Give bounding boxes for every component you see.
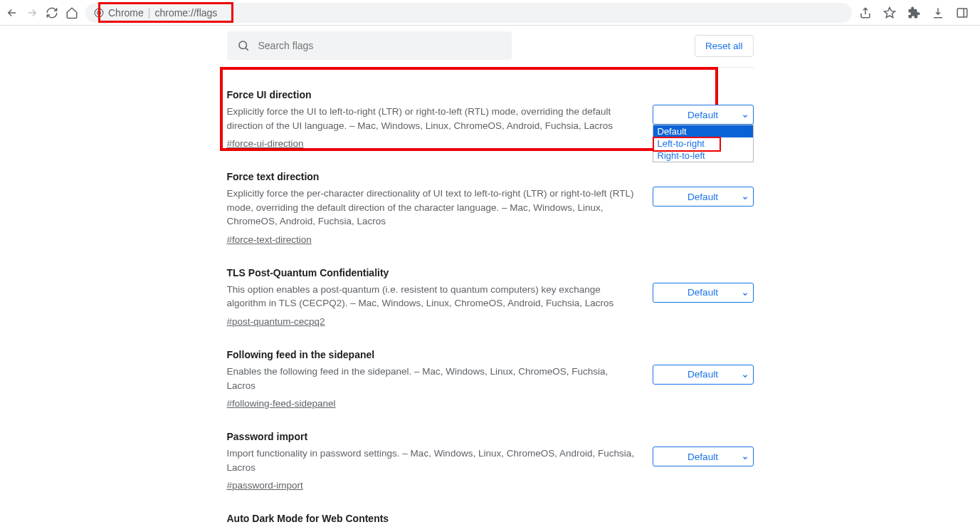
flag-title: Auto Dark Mode for Web Contents [227,513,638,524]
flag-description: Explicitly force the per-character direc… [227,187,638,229]
flag-select-value: Default [687,287,718,298]
flag-select[interactable]: Default [653,283,754,303]
flag-hash-link[interactable]: #following-feed-sidepanel [227,398,336,409]
reset-all-button[interactable]: Reset all [695,35,754,57]
back-icon[interactable] [6,6,19,19]
flag-select[interactable]: Default [653,105,754,125]
flag-title: Force text direction [227,171,638,182]
dropdown-option[interactable]: Right-to-left [653,150,753,162]
flag-description: Enables the following feed in the sidepa… [227,365,638,392]
flag-select[interactable]: Default [653,447,754,466]
chevron-down-icon [742,371,749,382]
flag-select-value: Default [687,110,718,120]
flag-description: Import functionality in password setting… [227,447,638,474]
chevron-down-icon [742,453,749,464]
flag-select-value: Default [687,452,718,462]
flag-select-value: Default [687,369,718,380]
toolbar-right [859,6,974,19]
extensions-icon[interactable] [907,6,920,19]
home-icon[interactable] [65,6,78,19]
svg-point-0 [95,9,103,17]
flag-description: This option enables a post-quantum (i.e.… [227,283,638,311]
share-icon[interactable] [859,6,872,19]
chevron-down-icon [742,289,749,300]
flag-hash-link[interactable]: #password-import [227,480,303,491]
flag-title: Password import [227,431,638,442]
sidepanel-icon[interactable] [956,6,969,19]
address-scheme-label: Chrome [108,7,144,19]
forward-icon [26,6,38,19]
flag-item: Auto Dark Mode for Web ContentsAutomatic… [227,491,754,527]
flag-title: TLS Post-Quantum Confidentiality [227,267,638,278]
flag-hash-link[interactable]: #force-ui-direction [227,138,304,149]
flags-content: Reset all Force UI directionExplicitly f… [227,26,754,527]
flag-select-value: Default [687,192,718,202]
address-bar[interactable]: Chrome | chrome://flags [85,3,852,23]
address-url: chrome://flags [154,7,217,19]
chevron-down-icon [742,111,749,122]
svg-point-4 [239,41,247,49]
flag-item: Following feed in the sidepanelEnables t… [227,328,754,409]
downloads-icon[interactable] [932,6,944,19]
reload-icon[interactable] [46,6,58,19]
flag-description: Explicitly force the UI to left-to-right… [227,105,638,132]
svg-rect-2 [957,9,967,17]
flag-select-dropdown[interactable]: DefaultLeft-to-rightRight-to-left [653,125,754,162]
browser-toolbar: Chrome | chrome://flags [0,0,980,26]
chrome-icon [94,8,104,18]
flag-item: Force UI directionExplicitly force the U… [227,68,754,150]
svg-line-5 [246,48,248,50]
flag-title: Force UI direction [227,89,638,100]
bookmark-star-icon[interactable] [883,6,896,19]
flag-hash-link[interactable]: #force-text-direction [227,234,312,245]
dropdown-option[interactable]: Left-to-right [653,137,753,150]
chevron-down-icon [742,193,749,204]
flag-item: TLS Post-Quantum ConfidentialityThis opt… [227,246,754,328]
svg-point-1 [98,11,101,14]
flag-hash-link[interactable]: #post-quantum-cecpq2 [227,316,325,327]
flag-title: Following feed in the sidepanel [227,349,638,360]
flag-select[interactable]: Default [653,187,754,207]
search-icon [237,39,250,52]
search-box[interactable] [227,31,512,60]
dropdown-option[interactable]: Default [653,125,753,137]
search-input[interactable] [258,40,502,51]
flag-select[interactable]: Default [653,365,754,385]
flag-item: Password importImport functionality in p… [227,409,754,491]
flag-item: Force text directionExplicitly force the… [227,150,754,246]
